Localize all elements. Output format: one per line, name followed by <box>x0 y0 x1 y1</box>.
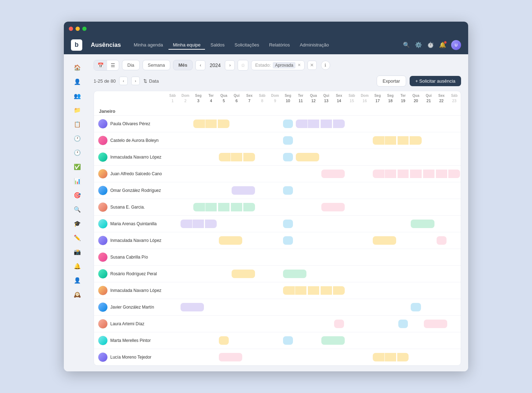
absence-bar[interactable] <box>232 186 243 195</box>
absence-bar[interactable] <box>398 136 409 145</box>
absence-bar[interactable] <box>385 136 396 145</box>
absence-bar[interactable] <box>385 353 396 361</box>
absence-bar[interactable] <box>373 170 384 178</box>
sidebar-team-icon[interactable]: 👥 <box>71 90 84 103</box>
absence-bar[interactable] <box>218 203 229 211</box>
absence-bar[interactable] <box>321 286 332 295</box>
absence-bar[interactable] <box>411 303 421 311</box>
absence-bar[interactable] <box>411 220 422 228</box>
info-btn[interactable]: ℹ <box>321 61 330 70</box>
absence-bar[interactable] <box>283 286 295 295</box>
absence-bar[interactable] <box>231 353 242 361</box>
semana-btn[interactable]: Semana <box>143 60 170 70</box>
absence-bar[interactable] <box>333 203 345 211</box>
absence-bar[interactable] <box>283 153 293 161</box>
nav-solicitacoes[interactable]: Solicitações <box>230 40 263 50</box>
absence-bar[interactable] <box>333 286 345 295</box>
sidebar-history-icon[interactable]: 🕰️ <box>71 288 84 301</box>
search-icon[interactable]: 🔍 <box>403 41 410 48</box>
absence-bar[interactable] <box>424 320 436 328</box>
absence-bar[interactable] <box>410 136 421 145</box>
sidebar-target-icon[interactable]: 🎯 <box>71 189 84 202</box>
solicitar-btn[interactable]: + Solicitar ausência <box>410 76 461 86</box>
timer-icon[interactable]: ⏱️ <box>427 41 434 48</box>
minimize-dot[interactable] <box>76 27 80 31</box>
absence-bar[interactable] <box>283 186 293 195</box>
absence-bar[interactable] <box>436 320 447 328</box>
absence-bar[interactable] <box>181 220 193 228</box>
sidebar-camera-icon[interactable]: 📸 <box>71 246 84 259</box>
absence-bar[interactable] <box>205 203 217 211</box>
absence-bar[interactable] <box>231 236 242 245</box>
absence-bar[interactable] <box>283 120 293 128</box>
absence-bar[interactable] <box>397 353 409 361</box>
view-calendar-btn[interactable]: 📅 <box>94 60 107 70</box>
absence-bar[interactable] <box>283 270 295 278</box>
absence-bar[interactable] <box>385 170 396 178</box>
absence-bar[interactable] <box>243 203 255 211</box>
absence-bar[interactable] <box>232 270 243 278</box>
absence-bar[interactable] <box>373 236 384 245</box>
absence-bar[interactable] <box>205 120 217 128</box>
absence-bar[interactable] <box>193 220 204 228</box>
settings-icon[interactable]: ⚙️ <box>415 41 422 48</box>
absence-bar[interactable] <box>333 170 345 178</box>
prev-month-btn[interactable]: ‹ <box>195 60 205 70</box>
absence-bar[interactable] <box>437 236 447 245</box>
favorite-btn[interactable]: ☆ <box>238 60 248 71</box>
absence-bar[interactable] <box>231 153 242 161</box>
sidebar-grad-icon[interactable]: 🎓 <box>71 217 84 230</box>
nav-minha-agenda[interactable]: Minha agenda <box>129 40 167 50</box>
sidebar-search-icon[interactable]: 🔍 <box>71 203 84 216</box>
absence-bar[interactable] <box>308 286 319 295</box>
absence-bar[interactable] <box>373 353 384 361</box>
absence-bar[interactable] <box>321 203 333 211</box>
absence-bar[interactable] <box>205 220 217 228</box>
absence-bar[interactable] <box>295 270 306 278</box>
absence-bar[interactable] <box>308 120 319 128</box>
sort-btn[interactable]: ⇅ Data <box>143 78 159 84</box>
sidebar-check-icon[interactable]: ✅ <box>71 161 84 173</box>
absence-bar[interactable] <box>243 186 255 195</box>
absence-bar[interactable] <box>333 336 345 345</box>
view-list-btn[interactable]: ☰ <box>107 60 119 70</box>
absence-bar[interactable] <box>193 120 205 128</box>
absence-bar[interactable] <box>410 170 421 178</box>
sidebar-alert-icon[interactable]: 🔔 <box>71 260 84 273</box>
dia-btn[interactable]: Dia <box>122 60 140 70</box>
bell-icon[interactable]: 🔔 <box>439 41 446 48</box>
sidebar-time-icon[interactable]: 🕐 <box>71 146 84 159</box>
export-btn[interactable]: Exportar <box>377 76 406 87</box>
nav-saldos[interactable]: Saldos <box>206 40 229 50</box>
absence-bar[interactable] <box>283 236 293 245</box>
mes-btn[interactable]: Mês <box>173 60 193 70</box>
absence-bar[interactable] <box>296 120 307 128</box>
absence-bar[interactable] <box>296 153 307 161</box>
absence-bar[interactable] <box>192 303 204 311</box>
absence-bar[interactable] <box>321 336 333 345</box>
filter-close-icon[interactable]: ✕ <box>298 63 301 67</box>
absence-bar[interactable] <box>398 320 408 328</box>
absence-bar[interactable] <box>219 353 231 361</box>
close-dot[interactable] <box>69 27 73 31</box>
absence-bar[interactable] <box>398 170 409 178</box>
absence-bar[interactable] <box>436 170 447 178</box>
prev-page-btn[interactable]: ‹ <box>119 77 128 85</box>
absence-bar[interactable] <box>333 120 345 128</box>
absence-bar[interactable] <box>283 336 293 345</box>
absence-bar[interactable] <box>448 170 460 178</box>
absence-bar[interactable] <box>219 153 231 161</box>
absence-bar[interactable] <box>295 286 306 295</box>
absence-bar[interactable] <box>334 320 344 328</box>
absence-bar[interactable] <box>219 236 231 245</box>
absence-bar[interactable] <box>181 303 193 311</box>
sidebar-folder-icon[interactable]: 📁 <box>71 104 84 117</box>
absence-bar[interactable] <box>283 136 293 145</box>
user-avatar[interactable]: U <box>451 40 461 50</box>
absence-bar[interactable] <box>218 120 229 128</box>
next-month-btn[interactable]: › <box>225 60 235 70</box>
next-page-btn[interactable]: › <box>131 77 140 85</box>
absence-bar[interactable] <box>423 170 434 178</box>
nav-minha-equipe[interactable]: Minha equipe <box>168 40 205 50</box>
sidebar-docs-icon[interactable]: 📋 <box>71 118 84 131</box>
